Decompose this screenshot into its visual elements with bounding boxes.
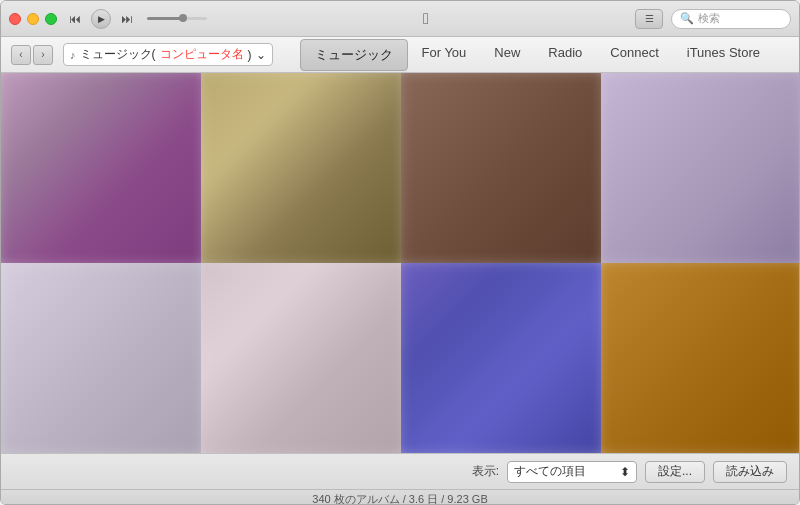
- status-text: 340 枚のアルバム / 3.6 日 / 9.23 GB: [312, 492, 487, 505]
- tab-connect[interactable]: Connect: [596, 39, 672, 71]
- display-label: 表示:: [472, 463, 499, 480]
- play-button[interactable]: ▶: [91, 9, 111, 29]
- display-select[interactable]: すべての項目 ⬍: [507, 461, 637, 483]
- nav-bar: ‹ › ♪ ミュージック(コンピュータ名) ⌄ ミュージック For You N…: [1, 37, 799, 73]
- tab-radio[interactable]: Radio: [534, 39, 596, 71]
- minimize-button[interactable]: [27, 13, 39, 25]
- tab-itunes-store[interactable]: iTunes Store: [673, 39, 774, 71]
- album-grid: [1, 73, 800, 453]
- rewind-button[interactable]: ⏮: [67, 11, 83, 27]
- album-cell-6[interactable]: [201, 263, 401, 453]
- album-cell-7[interactable]: [401, 263, 601, 453]
- library-label: ミュージック(: [80, 46, 156, 63]
- album-cell-2[interactable]: [201, 73, 401, 263]
- album-cell-5[interactable]: [1, 263, 201, 453]
- back-button[interactable]: ‹: [11, 45, 31, 65]
- album-cell-1[interactable]: [1, 73, 201, 263]
- settings-button[interactable]: 設定...: [645, 461, 705, 483]
- tab-music[interactable]: ミュージック: [300, 39, 408, 71]
- album-cell-4[interactable]: [601, 73, 800, 263]
- album-art-2: [201, 73, 401, 263]
- library-suffix: ): [248, 48, 252, 62]
- album-art-3: [401, 73, 601, 263]
- apple-logo: : [423, 10, 429, 28]
- volume-slider[interactable]: [147, 17, 207, 20]
- album-art-5: [1, 263, 201, 453]
- search-icon: 🔍: [680, 12, 694, 25]
- transport-controls: ⏮ ▶ ⏭: [67, 9, 207, 29]
- title-bar: ⏮ ▶ ⏭  ☰ 🔍 検索: [1, 1, 799, 37]
- chevron-icon: ⬍: [620, 465, 630, 479]
- display-value: すべての項目: [514, 463, 586, 480]
- tab-for-you[interactable]: For You: [408, 39, 481, 71]
- library-selector[interactable]: ♪ ミュージック(コンピュータ名) ⌄: [63, 43, 273, 66]
- forward-button[interactable]: ›: [33, 45, 53, 65]
- forward-button[interactable]: ⏭: [119, 11, 135, 27]
- album-art-1: [1, 73, 201, 263]
- album-cell-8[interactable]: [601, 263, 800, 453]
- bottom-toolbar: 表示: すべての項目 ⬍ 設定... 読み込み: [1, 453, 799, 489]
- note-icon: ♪: [70, 49, 76, 61]
- title-right: ☰ 🔍 検索: [635, 9, 791, 29]
- nav-arrows: ‹ ›: [11, 45, 53, 65]
- album-art-4: [601, 73, 800, 263]
- import-button[interactable]: 読み込み: [713, 461, 787, 483]
- album-art-6: [201, 263, 401, 453]
- maximize-button[interactable]: [45, 13, 57, 25]
- search-placeholder: 検索: [698, 11, 720, 26]
- traffic-lights: [9, 13, 57, 25]
- list-view-button[interactable]: ☰: [635, 9, 663, 29]
- close-button[interactable]: [9, 13, 21, 25]
- status-bar: 340 枚のアルバム / 3.6 日 / 9.23 GB: [1, 489, 799, 505]
- computer-name: コンピュータ名: [160, 46, 244, 63]
- tab-new[interactable]: New: [480, 39, 534, 71]
- album-art-7: [401, 263, 601, 453]
- title-center: : [217, 10, 635, 28]
- album-cell-3[interactable]: [401, 73, 601, 263]
- search-box[interactable]: 🔍 検索: [671, 9, 791, 29]
- chevron-down-icon: ⌄: [256, 48, 266, 62]
- album-art-8: [601, 263, 800, 453]
- tab-nav: ミュージック For You New Radio Connect iTunes …: [285, 39, 790, 71]
- main-content: [1, 73, 800, 453]
